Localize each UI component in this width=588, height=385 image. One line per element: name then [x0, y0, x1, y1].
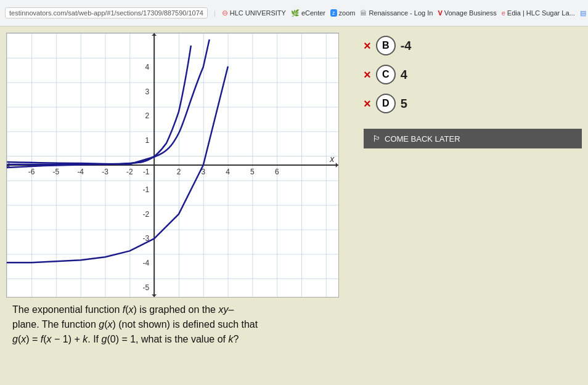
zoom-icon: z	[330, 9, 337, 17]
bookmark-flag-icon: 🏳	[372, 134, 381, 144]
bookmark-ecenter[interactable]: 🌿 eCenter	[291, 9, 325, 17]
bookmark-edia[interactable]: e Edia | HLC Sugar La...	[502, 9, 575, 17]
question-area: The exponential function f(x) is graphed…	[6, 298, 351, 352]
svg-text:6: 6	[275, 168, 279, 176]
svg-text:1: 1	[145, 136, 150, 145]
svg-text:2: 2	[145, 111, 150, 120]
answer-choice-c[interactable]: × C 4	[364, 65, 582, 84]
bookmark-hlc[interactable]: ⊖ HLC UNIVERSITY	[222, 9, 286, 17]
googledocs-icon: ▤	[580, 9, 586, 17]
svg-text:4: 4	[226, 168, 230, 176]
svg-text:3: 3	[145, 87, 150, 96]
svg-text:-5: -5	[143, 283, 150, 292]
svg-text:2: 2	[177, 168, 181, 176]
svg-text:-1: -1	[143, 185, 150, 194]
svg-text:-3: -3	[102, 168, 108, 176]
eliminate-d-icon: ×	[364, 97, 371, 111]
svg-text:-2: -2	[126, 168, 133, 176]
choice-c-value: 4	[401, 68, 407, 82]
svg-text:4: 4	[145, 63, 150, 71]
left-panel: -6 -5 -4 -3 -2 -1 2 3 4 5 6 x	[0, 26, 357, 385]
svg-text:-2: -2	[143, 210, 150, 219]
choice-d-value: 5	[401, 97, 407, 111]
eliminate-b-icon: ×	[364, 39, 371, 53]
answer-choice-b[interactable]: × B -4	[364, 36, 582, 55]
edia-icon: e	[502, 9, 505, 17]
svg-text:-5: -5	[53, 168, 60, 176]
choice-b-circle: B	[376, 36, 396, 55]
choice-c-letter: C	[382, 69, 390, 80]
bookmark-vonage[interactable]: V Vonage Business	[438, 9, 496, 17]
graph-svg: -6 -5 -4 -3 -2 -1 2 3 4 5 6 x	[7, 33, 338, 297]
come-back-later-button[interactable]: 🏳 COME BACK LATER	[364, 129, 582, 148]
svg-text:-4: -4	[143, 259, 150, 267]
graph-container: -6 -5 -4 -3 -2 -1 2 3 4 5 6 x	[6, 33, 339, 298]
question-text-2: plane. The function g(x) (not shown) is …	[12, 317, 345, 332]
svg-text:-6: -6	[28, 168, 35, 176]
come-back-label: COME BACK LATER	[385, 134, 460, 144]
hlc-icon: ⊖	[222, 9, 228, 17]
right-panel: × B -4 × C 4 × D 5 🏳 COME BACK LATER	[357, 26, 588, 385]
bookmark-renaissance[interactable]: 🏛 Renaissance - Log In	[360, 9, 433, 17]
question-text: The exponential function f(x) is graphed…	[12, 302, 345, 317]
question-text-3: g(x) = f(x − 1) + k. If g(0) = 1, what i…	[12, 332, 345, 347]
choice-b-value: -4	[401, 39, 412, 53]
bookmark-googledocs[interactable]: ▤ Google Docs	[580, 9, 588, 17]
eliminate-c-icon: ×	[364, 68, 371, 82]
choice-d-letter: D	[382, 98, 390, 109]
svg-text:x: x	[329, 154, 335, 164]
svg-text:-1: -1	[143, 168, 150, 176]
browser-bar: testinnovators.com/sat/web-app/#1/sectio…	[0, 0, 588, 26]
choice-d-circle: D	[376, 94, 396, 113]
ecenter-icon: 🌿	[291, 9, 300, 17]
bookmark-zoom[interactable]: z zoom	[330, 9, 355, 17]
svg-text:-4: -4	[77, 168, 84, 176]
choice-b-letter: B	[382, 40, 390, 51]
vonage-icon: V	[438, 9, 442, 17]
main-content: -6 -5 -4 -3 -2 -1 2 3 4 5 6 x	[0, 26, 588, 385]
url-bar[interactable]: testinnovators.com/sat/web-app/#1/sectio…	[5, 7, 208, 18]
answer-choice-d[interactable]: × D 5	[364, 94, 582, 113]
svg-text:5: 5	[250, 168, 255, 176]
renaissance-icon: 🏛	[360, 9, 367, 17]
choice-c-circle: C	[376, 65, 396, 84]
